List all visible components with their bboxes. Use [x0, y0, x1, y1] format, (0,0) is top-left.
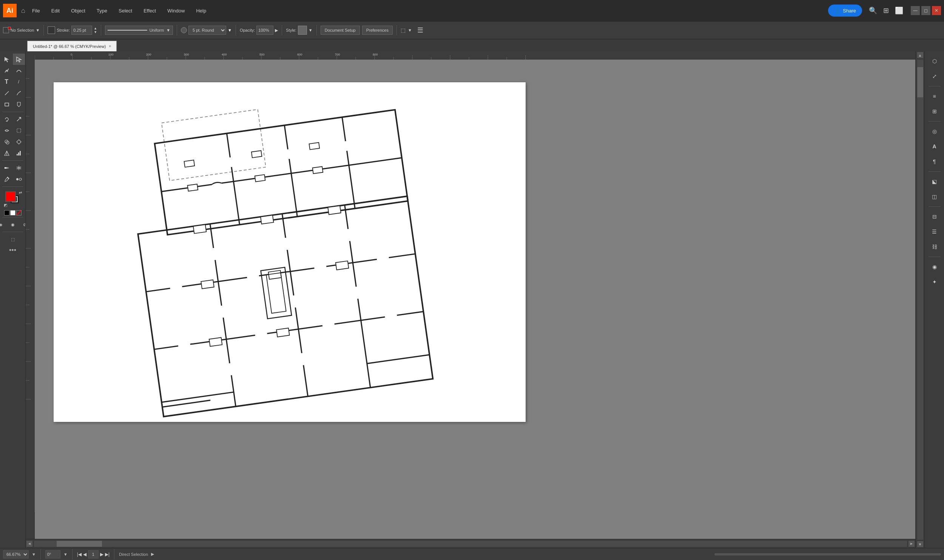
- canvas[interactable]: [35, 60, 915, 539]
- scroll-down-button[interactable]: ▼: [917, 541, 923, 547]
- tool-arrow-icon[interactable]: ▶: [151, 552, 154, 557]
- arrange-windows-icon[interactable]: ⊞: [883, 6, 889, 15]
- stroke-weight-input[interactable]: [71, 26, 92, 35]
- menu-file[interactable]: File: [30, 6, 42, 15]
- direct-selection-tool-button[interactable]: [13, 54, 25, 65]
- stroke-style-selector[interactable]: Uniform ▼: [105, 26, 173, 35]
- export-panel-button[interactable]: ⬕: [928, 175, 941, 188]
- close-button[interactable]: ✕: [932, 6, 941, 15]
- scroll-right-button[interactable]: ►: [909, 541, 915, 547]
- menu-type[interactable]: Type: [94, 6, 110, 15]
- arrange-dropdown[interactable]: ▼: [408, 28, 412, 32]
- opacity-input[interactable]: [256, 26, 273, 35]
- eyedropper-tool-button[interactable]: [1, 174, 13, 185]
- character-panel-button[interactable]: A: [928, 140, 941, 153]
- type-tool-button[interactable]: T: [1, 76, 13, 88]
- style-dropdown[interactable]: ▼: [308, 28, 313, 32]
- menu-effect[interactable]: Effect: [141, 6, 158, 15]
- search-icon[interactable]: 🔍: [869, 6, 877, 15]
- stroke-color-swatch[interactable]: [48, 26, 55, 34]
- menu-edit[interactable]: Edit: [49, 6, 62, 15]
- restore-button[interactable]: ◻: [921, 6, 930, 15]
- rotate-tool-button[interactable]: [1, 114, 13, 125]
- transform-panel-button[interactable]: ⤢: [928, 69, 941, 83]
- fill-color-box[interactable]: [5, 191, 16, 202]
- page-number-input[interactable]: [88, 550, 99, 558]
- asset-export-button[interactable]: ◫: [928, 190, 941, 203]
- touch-type-tool-button[interactable]: /: [13, 76, 25, 88]
- blend-tool-button[interactable]: [13, 174, 25, 185]
- document-tab[interactable]: Untitled-1* @ 66.67 % (CMYK/Preview) ×: [27, 41, 117, 51]
- document-setup-button[interactable]: Document Setup: [321, 26, 360, 35]
- preferences-button[interactable]: Preferences: [362, 26, 393, 35]
- page-next-button[interactable]: ▶: [100, 552, 103, 557]
- scroll-thumb-h[interactable]: [57, 541, 102, 547]
- horizontal-scrollbar[interactable]: ◄ ►: [26, 539, 915, 548]
- menu-window[interactable]: Window: [165, 6, 187, 15]
- rotation-input[interactable]: [45, 550, 60, 558]
- fullscreen-icon[interactable]: ⬜: [895, 6, 903, 15]
- scroll-thumb-v[interactable]: [917, 67, 923, 97]
- perspective-grid-button[interactable]: [1, 148, 13, 159]
- free-transform-button[interactable]: [13, 125, 25, 136]
- mesh-tool-button[interactable]: [13, 162, 25, 174]
- stroke-cap-select[interactable]: 5 pt. Round: [188, 26, 226, 35]
- page-prev-button[interactable]: ◀: [83, 552, 86, 557]
- paint-bucket-tool-button[interactable]: [13, 99, 25, 110]
- swatches-panel-button[interactable]: ✦: [928, 275, 941, 289]
- more-tools-icon[interactable]: •••: [9, 246, 16, 254]
- black-swatch[interactable]: [4, 210, 9, 215]
- scroll-up-button[interactable]: ▲: [917, 52, 923, 58]
- artboard-nav-button[interactable]: ⬚: [7, 234, 19, 245]
- stroke-weight-up[interactable]: ▲▼: [94, 26, 97, 34]
- page-first-button[interactable]: |◀: [77, 552, 82, 557]
- home-icon[interactable]: ⌂: [21, 7, 25, 15]
- more-options-icon[interactable]: ☰: [417, 26, 423, 34]
- define-panel-button[interactable]: ⬡: [928, 54, 941, 68]
- stroke-style-dropdown[interactable]: ▼: [166, 28, 170, 32]
- zoom-select[interactable]: 66.67% 50% 75% 100%: [3, 550, 29, 558]
- vertical-scrollbar[interactable]: ▲ ▼: [915, 51, 924, 548]
- properties-panel-button[interactable]: ☰: [928, 225, 941, 238]
- page-last-button[interactable]: ▶|: [105, 552, 110, 557]
- color-mode-button[interactable]: ◈: [0, 219, 7, 230]
- pencil-tool-button[interactable]: [13, 88, 25, 99]
- scroll-left-button[interactable]: ◄: [26, 541, 32, 547]
- minimize-button[interactable]: —: [911, 6, 920, 15]
- align-panel-button[interactable]: ≡: [928, 89, 941, 103]
- share-button[interactable]: 👤 Share: [828, 5, 862, 17]
- shape-builder-button[interactable]: [1, 136, 13, 148]
- menu-object[interactable]: Object: [69, 6, 88, 15]
- graph-tool-button[interactable]: [13, 148, 25, 159]
- stroke-cap-dropdown[interactable]: ▼: [228, 28, 232, 32]
- pen-tool-button[interactable]: [1, 65, 13, 76]
- menu-select[interactable]: Select: [116, 6, 134, 15]
- layers-panel-button[interactable]: ⊟: [928, 210, 941, 223]
- curvature-tool-button[interactable]: [13, 65, 25, 76]
- default-colors-icon[interactable]: ◩: [4, 203, 7, 207]
- menu-help[interactable]: Help: [194, 6, 208, 15]
- white-swatch[interactable]: [10, 210, 15, 215]
- opacity-expand[interactable]: ▶: [275, 28, 278, 33]
- live-paint-button[interactable]: [13, 136, 25, 148]
- color-panel-button[interactable]: ◉: [928, 260, 941, 274]
- line-segment-tool-button[interactable]: [1, 88, 13, 99]
- swap-colors-icon[interactable]: ⇄: [19, 191, 22, 195]
- zoom-dropdown-icon[interactable]: ▼: [32, 552, 36, 557]
- scale-tool-button[interactable]: [13, 114, 25, 125]
- arrange-icon[interactable]: ⬚: [401, 27, 406, 33]
- none-swatch[interactable]: [16, 210, 22, 215]
- selection-tool-button[interactable]: [1, 54, 13, 65]
- gradient-tool-button[interactable]: [1, 162, 13, 174]
- rotation-dropdown[interactable]: ▼: [63, 552, 68, 557]
- appearance-panel-button[interactable]: ◎: [928, 125, 941, 138]
- links-panel-button[interactable]: ⛓: [928, 240, 941, 254]
- tab-close-button[interactable]: ×: [109, 44, 111, 48]
- warp-tool-button[interactable]: [1, 125, 13, 136]
- paragraph-panel-button[interactable]: ¶: [928, 155, 941, 168]
- none-mode-button[interactable]: ⊘: [19, 219, 26, 230]
- selection-dropdown-icon[interactable]: ▼: [35, 28, 40, 32]
- gradient-mode-button[interactable]: ◉: [7, 219, 19, 230]
- rectangle-tool-button[interactable]: [1, 99, 13, 110]
- pathfinder-panel-button[interactable]: ⊞: [928, 105, 941, 118]
